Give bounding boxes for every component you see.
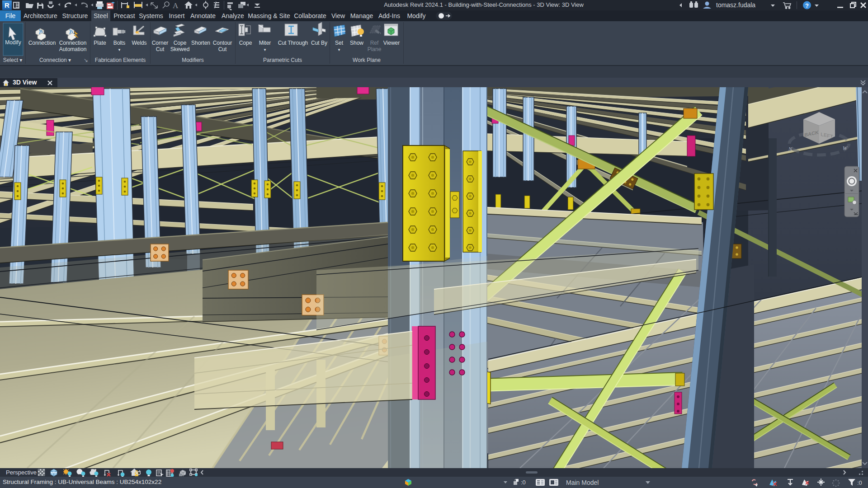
svg-text:W: W: [843, 145, 848, 151]
svg-text:?: ?: [805, 2, 809, 9]
svg-text::0: :0: [521, 479, 526, 486]
svg-text::0: :0: [857, 479, 862, 486]
svg-text:tomasz.fudala: tomasz.fudala: [716, 1, 755, 9]
svg-text:N: N: [788, 146, 793, 152]
svg-text:Main Model: Main Model: [566, 479, 599, 486]
svg-text:R: R: [5, 1, 9, 9]
